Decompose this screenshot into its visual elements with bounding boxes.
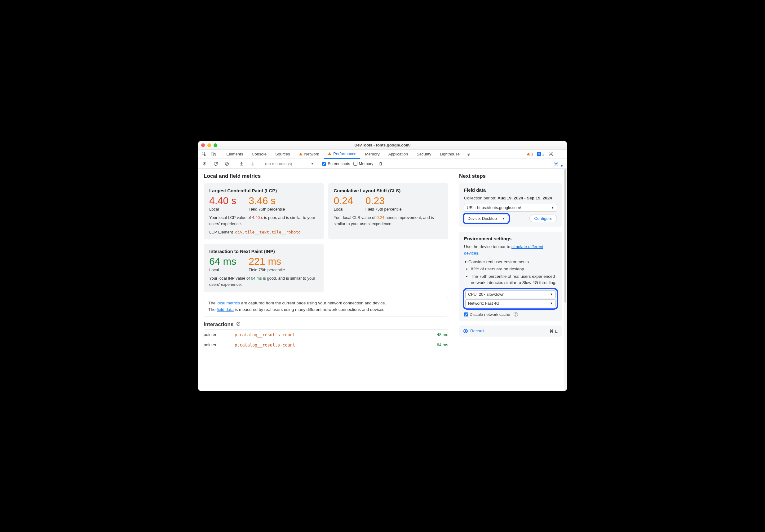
- inspect-element-icon[interactable]: [200, 150, 208, 158]
- record-button[interactable]: Record: [470, 329, 484, 333]
- chevron-down-icon: ▼: [502, 217, 505, 220]
- metrics-panel: Local and field metrics Largest Contentf…: [198, 169, 454, 391]
- scrollbar-thumb[interactable]: [564, 169, 566, 303]
- recordings-dropdown[interactable]: (no recordings) ▼: [263, 161, 316, 166]
- download-icon[interactable]: [249, 160, 257, 167]
- memory-checkbox[interactable]: Memory: [354, 161, 374, 166]
- warning-icon: [299, 152, 303, 156]
- settings-active-dot-icon: [561, 165, 563, 166]
- tab-application[interactable]: Application: [385, 149, 412, 159]
- field-data-card: Field data Collection period: Aug 19, 20…: [459, 183, 562, 227]
- upload-icon[interactable]: [238, 160, 246, 167]
- svg-point-4: [561, 152, 561, 153]
- scrollbar[interactable]: [564, 169, 567, 391]
- warnings-badge[interactable]: 1: [525, 152, 534, 157]
- tab-network[interactable]: Network: [295, 149, 323, 159]
- highlight-throttling-dropdowns: CPU: 20× slowdown ▼ Network: Fast 4G ▼: [464, 289, 557, 308]
- configure-button[interactable]: Configure: [529, 215, 557, 222]
- tab-elements[interactable]: Elements: [223, 149, 247, 159]
- inp-card: Interaction to Next Paint (INP) 64 ms Lo…: [204, 244, 324, 292]
- lcp-field-value: 3.46 s: [249, 196, 285, 206]
- performance-toolbar: (no recordings) ▼ Screenshots Memory: [198, 159, 567, 169]
- issues-badge[interactable]: ≡ 2: [536, 152, 545, 157]
- field-data-link[interactable]: field data: [217, 307, 234, 312]
- titlebar: DevTools - fonts.google.com/: [198, 141, 567, 149]
- info-icon: ≡: [537, 152, 541, 156]
- warning-icon: [328, 152, 332, 156]
- blocked-icon: [236, 321, 241, 327]
- svg-point-10: [555, 163, 556, 164]
- device-toolbar-icon[interactable]: [209, 150, 217, 158]
- settings-icon[interactable]: [547, 150, 555, 158]
- svg-point-3: [550, 153, 552, 155]
- record-shortcut: ⌘ E: [549, 329, 558, 334]
- metrics-heading: Local and field metrics: [204, 173, 448, 179]
- reload-record-icon[interactable]: [212, 160, 220, 167]
- devtools-window: DevTools - fonts.google.com/ Elements Co…: [198, 141, 567, 391]
- chevron-down-icon: ▼: [550, 302, 553, 305]
- record-icon: [463, 329, 468, 333]
- cls-description: Your local CLS value of 0.24 needs impro…: [334, 215, 443, 227]
- inp-description: Your local INP value of 64 ms is good, a…: [209, 275, 318, 287]
- env-bullets: 82% of users are on desktop. The 75th pe…: [471, 266, 557, 286]
- record-icon[interactable]: [201, 160, 209, 167]
- next-steps-heading: Next steps: [459, 173, 562, 179]
- inp-local-value: 64 ms: [209, 256, 236, 266]
- panel-tabs: Elements Console Sources Network Perform…: [198, 149, 567, 159]
- local-metrics-link[interactable]: local metrics: [217, 301, 240, 305]
- lcp-local-value: 4.40 s: [209, 196, 236, 206]
- highlight-device-dropdown: Device: Desktop ▼: [464, 214, 509, 223]
- environment-card: Environment settings Use the device tool…: [459, 232, 562, 321]
- tab-performance[interactable]: Performance: [324, 149, 360, 159]
- lcp-card: Largest Contentful Paint (LCP) 4.40 s Lo…: [204, 183, 324, 239]
- kebab-menu-icon[interactable]: [557, 150, 565, 158]
- device-dropdown[interactable]: Device: Desktop ▼: [465, 215, 508, 222]
- consider-environments-toggle[interactable]: ▼ Consider real user environments: [464, 259, 557, 264]
- tab-memory[interactable]: Memory: [362, 149, 383, 159]
- clear-icon[interactable]: [223, 160, 231, 167]
- screenshots-checkbox[interactable]: Screenshots: [322, 161, 350, 166]
- tab-sources[interactable]: Sources: [272, 149, 294, 159]
- chevron-down-icon: ▼: [311, 162, 314, 165]
- url-dropdown[interactable]: URL: https://fonts.google.com/ ▼: [464, 204, 557, 211]
- inp-title: Interaction to Next Paint (INP): [209, 249, 318, 254]
- tab-lighthouse[interactable]: Lighthouse: [436, 149, 463, 159]
- network-throttle-dropdown[interactable]: Network: Fast 4G ▼: [465, 299, 556, 307]
- tab-console[interactable]: Console: [248, 149, 270, 159]
- lcp-title: Largest Contentful Paint (LCP): [209, 188, 318, 193]
- chevron-down-icon: ▼: [550, 293, 553, 296]
- lcp-element-row[interactable]: LCP Element div.tile__text.tile__roboto: [209, 230, 318, 234]
- next-steps-panel: Next steps Field data Collection period:…: [454, 169, 567, 391]
- cls-local-value: 0.24: [334, 196, 353, 206]
- chevron-down-icon: ▼: [551, 206, 554, 209]
- cls-title: Cumulative Layout Shift (CLS): [334, 188, 443, 193]
- record-card: Record ⌘ E: [459, 326, 562, 337]
- cpu-throttle-dropdown[interactable]: CPU: 20× slowdown ▼: [465, 290, 556, 298]
- cls-card: Cumulative Layout Shift (CLS) 0.24 Local…: [328, 183, 448, 239]
- tab-security[interactable]: Security: [413, 149, 435, 159]
- svg-point-5: [561, 153, 561, 154]
- interactions-heading: Interactions: [204, 321, 234, 328]
- chevron-down-icon: ▼: [464, 260, 467, 264]
- capture-settings-icon[interactable]: [552, 160, 560, 167]
- interaction-row[interactable]: pointer p.catalog__results-count 64 ms: [204, 340, 448, 350]
- svg-point-8: [204, 163, 206, 164]
- window-title: DevTools - fonts.google.com/: [198, 143, 567, 147]
- lcp-description: Your local LCP value of 4.40 s is poor, …: [209, 215, 318, 227]
- interaction-row[interactable]: pointer p.catalog__results-count 48 ms: [204, 330, 448, 340]
- content-area: Local and field metrics Largest Contentf…: [198, 169, 567, 391]
- garbage-collect-icon[interactable]: [377, 160, 385, 167]
- metrics-note: The local metrics are captured from the …: [204, 297, 448, 317]
- more-tabs-icon[interactable]: [465, 150, 473, 158]
- cls-field-value: 0.23: [366, 196, 402, 206]
- inp-field-value: 221 ms: [249, 256, 285, 266]
- disable-cache-checkbox[interactable]: Disable network cache ?: [464, 312, 557, 317]
- svg-point-6: [561, 155, 561, 156]
- help-icon[interactable]: ?: [514, 312, 518, 317]
